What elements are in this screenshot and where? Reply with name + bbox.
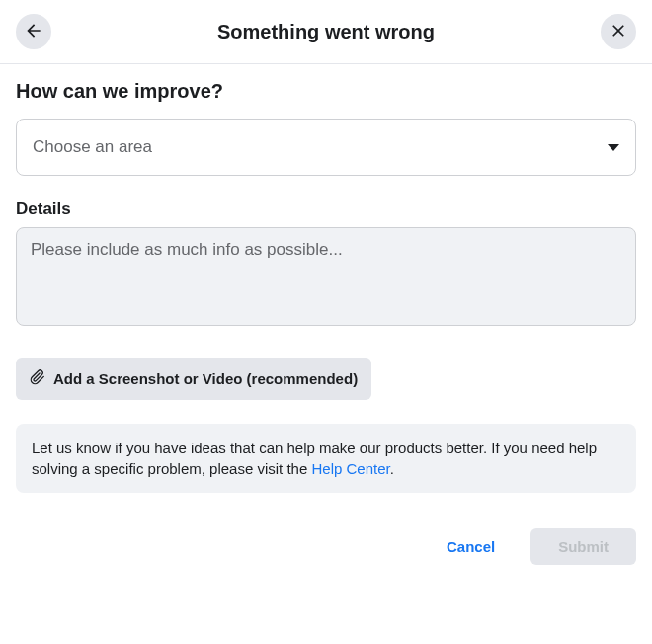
close-icon <box>609 21 628 43</box>
back-button[interactable] <box>16 14 51 49</box>
close-button[interactable] <box>601 14 636 49</box>
add-screenshot-label: Add a Screenshot or Video (recommended) <box>53 370 358 387</box>
details-textarea[interactable] <box>16 227 636 326</box>
submit-button[interactable]: Submit <box>530 528 636 565</box>
arrow-left-icon <box>24 21 43 43</box>
area-select-placeholder: Choose an area <box>33 137 152 157</box>
details-label: Details <box>16 200 636 219</box>
cancel-button[interactable]: Cancel <box>419 528 523 565</box>
info-text-after: . <box>390 460 394 477</box>
info-message: Let us know if you have ideas that can h… <box>16 424 636 493</box>
add-screenshot-button[interactable]: Add a Screenshot or Video (recommended) <box>16 358 371 400</box>
dialog-header: Something went wrong <box>0 0 652 64</box>
dialog-title: Something went wrong <box>217 21 435 43</box>
form-heading: How can we improve? <box>16 80 636 103</box>
paperclip-icon <box>30 369 45 388</box>
area-select[interactable]: Choose an area <box>16 119 636 176</box>
help-center-link[interactable]: Help Center <box>311 460 389 477</box>
dialog-footer: Cancel Submit <box>0 528 652 565</box>
dialog-body: How can we improve? Choose an area Detai… <box>0 64 652 528</box>
chevron-down-icon <box>608 144 619 151</box>
